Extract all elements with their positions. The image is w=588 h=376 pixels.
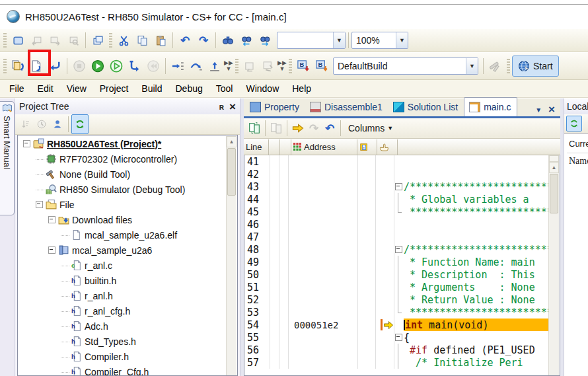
gutter-cell[interactable] (270, 193, 279, 206)
forward-history-button[interactable]: ↷ (306, 119, 322, 137)
gutter-cell[interactable] (279, 155, 289, 168)
tree-item[interactable]: Download files (18, 212, 227, 227)
download-all-button[interactable] (9, 57, 27, 75)
exchange-view-2-button[interactable] (268, 119, 284, 137)
menu-view[interactable]: View (60, 82, 93, 95)
gutter-cell[interactable] (279, 206, 289, 218)
user-view-button[interactable] (50, 115, 65, 133)
start-button[interactable]: Start (512, 56, 559, 77)
window-zoom-button[interactable] (64, 31, 83, 50)
gutter-cell[interactable] (279, 319, 289, 331)
fold-collapse-icon[interactable] (394, 331, 404, 344)
step-in-button[interactable] (168, 57, 187, 75)
line-number[interactable]: 54 (244, 319, 270, 331)
find-next-button[interactable] (256, 31, 274, 50)
tab-property[interactable]: Property (245, 98, 305, 116)
code-cell[interactable]: ********************************** (394, 306, 550, 319)
tab-solution-list[interactable]: Solution List (388, 98, 464, 116)
pin-icon[interactable]: ʀ (219, 102, 224, 112)
tab-main-c[interactable]: main.c (464, 97, 517, 116)
tree-item[interactable]: mcal_sample_u2a6 (18, 243, 227, 258)
breakpoint-cell[interactable] (358, 155, 376, 168)
code-cell[interactable]: * Function Name: main (394, 256, 550, 268)
menu-debug[interactable]: Debug (169, 82, 209, 95)
zoom-combo[interactable]: 100% ▼ (351, 32, 408, 49)
breakpoint-cell[interactable] (358, 231, 376, 243)
cascade-windows-button[interactable] (89, 31, 107, 50)
gutter-cell[interactable] (279, 293, 289, 306)
copy-button[interactable] (133, 31, 151, 50)
code-cell[interactable] (394, 218, 550, 231)
tree-item[interactable]: RH850U2A6Test (Project)* (18, 136, 227, 151)
trace-settings-button[interactable] (259, 57, 277, 75)
tree-item[interactable]: hAdc.h (18, 319, 227, 334)
code-cell[interactable]: * Return Value : None (394, 293, 550, 306)
step-return-button[interactable] (205, 57, 224, 75)
toolbar-grip[interactable] (3, 59, 7, 73)
project-tree-scrollbar[interactable]: ▲ (226, 136, 237, 375)
scroll-up-icon[interactable]: ▲ (227, 136, 237, 147)
columns-dropdown[interactable]: Columns ▼ (344, 121, 398, 135)
line-column-header[interactable]: Line (244, 139, 269, 155)
timestamp-button[interactable] (34, 115, 50, 133)
build-tool-settings-button[interactable] (486, 57, 505, 75)
chevron-down-icon[interactable]: ▼ (333, 32, 345, 48)
line-number[interactable]: 42 (244, 168, 270, 180)
code-cell[interactable] (394, 168, 550, 180)
sort-button[interactable] (18, 115, 34, 133)
chevron-down-icon[interactable]: ▼ (396, 32, 408, 48)
line-number[interactable]: 46 (244, 218, 270, 231)
fold-collapse-icon[interactable] (394, 180, 404, 193)
go-button[interactable] (89, 57, 107, 75)
code-cell[interactable]: /********************************** (394, 180, 550, 193)
gutter-cell[interactable] (279, 231, 289, 243)
gutter-cell[interactable] (279, 268, 289, 281)
gutter-cell[interactable] (279, 218, 289, 231)
line-number[interactable]: 43 (244, 180, 270, 193)
code-cell[interactable]: * Global variables a (394, 193, 550, 206)
tree-item[interactable]: R7F702302 (Microcontroller) (18, 151, 227, 167)
line-number[interactable]: 48 (244, 243, 270, 256)
breakpoint-cell[interactable] (358, 281, 376, 293)
gutter-cell[interactable] (270, 344, 279, 356)
tree-item[interactable]: File (18, 197, 227, 212)
breakpoint-cell[interactable] (358, 193, 376, 206)
cut-button[interactable] (114, 31, 133, 50)
build-mode-combo[interactable]: DefaultBuild ▼ (333, 57, 478, 75)
line-number[interactable]: 41 (244, 155, 270, 168)
gutter-cell[interactable] (279, 331, 289, 344)
tree-collapse-icon[interactable] (48, 246, 55, 254)
editor-scrollbar[interactable]: ▲ (548, 155, 559, 375)
refresh-button[interactable] (566, 116, 582, 132)
tree-item[interactable]: RH850 Simulator (Debug Tool) (18, 182, 227, 197)
go-ignore-break-button[interactable] (107, 57, 126, 75)
gutter-cell[interactable] (270, 243, 279, 256)
gutter-cell[interactable] (279, 193, 289, 206)
gutter-cell[interactable] (270, 155, 279, 168)
menu-edit[interactable]: Edit (31, 82, 60, 95)
refresh-button[interactable] (71, 114, 89, 134)
stop-button[interactable] (70, 57, 89, 75)
code-cell[interactable] (394, 231, 550, 243)
line-number[interactable]: 56 (244, 344, 270, 356)
line-number[interactable]: 50 (244, 268, 270, 281)
code-cell[interactable]: { (394, 331, 550, 344)
gutter-cell[interactable] (270, 306, 279, 319)
tree-item[interactable]: hr_anl_cfg.h (18, 303, 227, 319)
gutter-cell[interactable] (279, 344, 289, 356)
code-cell[interactable]: * Description : This (394, 268, 550, 281)
line-number[interactable]: 47 (244, 231, 270, 243)
undo-button[interactable]: ↶ (176, 31, 194, 50)
breakpoint-cell[interactable] (358, 218, 376, 231)
tree-item[interactable]: None (Build Tool) (18, 167, 227, 182)
scroll-up-icon[interactable]: ▲ (549, 162, 559, 173)
gutter-cell[interactable] (279, 180, 289, 193)
gutter-cell[interactable] (279, 356, 289, 369)
smart-manual-tab[interactable]: Smart Manual (0, 101, 15, 215)
toolbar-grip[interactable] (507, 59, 510, 73)
split-handle[interactable] (549, 155, 559, 162)
toolbar-grip[interactable] (109, 33, 112, 48)
gutter-cell[interactable] (270, 231, 279, 243)
line-number[interactable]: 49 (244, 256, 270, 268)
gutter-cell[interactable] (270, 168, 279, 180)
